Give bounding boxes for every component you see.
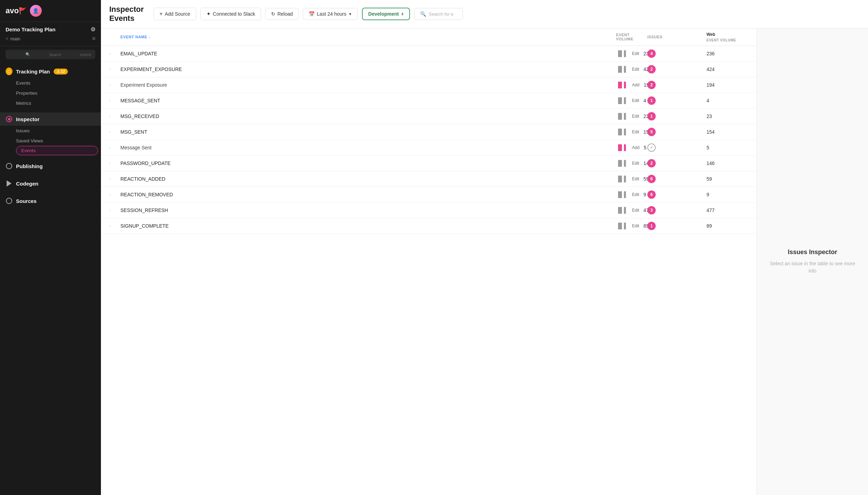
sidebar-item-metrics[interactable]: Metrics: [16, 98, 101, 108]
sidebar-item-inspector-events[interactable]: Events: [16, 146, 98, 155]
sidebar-item-tracking-plan[interactable]: ⬡ Tracking Plan ⚠ 12: [0, 65, 101, 78]
action-button[interactable]: Edit: [630, 129, 641, 135]
calendar-icon: 📅: [309, 11, 315, 17]
action-button[interactable]: Edit: [630, 176, 641, 182]
row-chevron: ›: [109, 223, 120, 228]
workspace-name-row: Demo Tracking Plan ⚙: [6, 26, 95, 33]
table-container: EVENT NAME ↓ EVENT VOLUME ISSUES Web EVE…: [101, 29, 868, 495]
action-button[interactable]: Edit: [630, 50, 641, 57]
volume-number: 4: [644, 98, 646, 103]
env-chevron-icon: ⇕: [401, 12, 404, 16]
settings-icon[interactable]: ⚙: [90, 26, 95, 33]
sidebar: avo 🚩 👤 Demo Tracking Plan ⚙ ⑂ main ≡ 🔍 …: [0, 0, 101, 495]
row-chevron: ›: [109, 82, 120, 87]
sort-icon: ↓: [149, 35, 151, 39]
table-rows: › EMAIL_UPDATE ▐▌▌ Edit 236 4 236 › EXPE…: [101, 46, 757, 234]
sidebar-item-events[interactable]: Events: [16, 78, 101, 88]
search-bar[interactable]: 🔍 Search cmd+k: [6, 50, 95, 59]
topbar: Inspector Events + Add Source ✦ Connecte…: [101, 0, 868, 29]
slack-icon: ✦: [206, 11, 211, 17]
right-panel-description: Select an issue in the table to see more…: [765, 260, 860, 275]
user-avatar[interactable]: 👤: [30, 5, 42, 17]
add-source-label: Add Source: [165, 11, 190, 17]
action-button[interactable]: Edit: [630, 160, 641, 166]
sidebar-item-issues[interactable]: Issues: [16, 126, 101, 136]
action-button[interactable]: Edit: [630, 97, 641, 104]
action-button[interactable]: Edit: [630, 223, 641, 229]
issues-cell: 1: [647, 222, 679, 230]
action-button[interactable]: Add: [630, 144, 641, 151]
search-main-icon: 🔍: [420, 11, 426, 17]
sources-icon: [6, 197, 13, 204]
reload-button[interactable]: ↻ Reload: [265, 8, 299, 20]
action-button[interactable]: Add: [630, 82, 641, 88]
search-label: Search: [49, 53, 61, 57]
add-source-button[interactable]: + Add Source: [153, 8, 196, 20]
event-volume-cell: ▐▌▌ Edit 4: [616, 97, 647, 104]
slack-button[interactable]: ✦ Connected to Slack: [200, 8, 261, 20]
search-input-wrapper[interactable]: 🔍 Search for e: [414, 8, 463, 20]
web-volume-number: 9: [707, 192, 748, 197]
event-name-cell: REACTION_REMOVED: [120, 192, 616, 197]
issues-cell: 1: [647, 96, 679, 105]
table-row[interactable]: › PASSWORD_UPDATE ▐▌▌ Edit 146 2 146: [101, 156, 757, 171]
web-volume-number: 194: [707, 82, 748, 88]
table-row[interactable]: › EXPERIMENT_EXPOSURE ▐▌▌ Edit 424 2 424: [101, 62, 757, 77]
event-volume-cell: ▐▌▌ Edit 146: [616, 160, 647, 166]
col-header-web: Web EVENT VOLUME: [707, 32, 748, 42]
table-row[interactable]: › SESSION_REFRESH ▐▌▌ Edit 477 3 477: [101, 203, 757, 218]
col-header-volume: EVENT VOLUME: [616, 32, 647, 42]
issue-badge: 2: [647, 159, 656, 167]
sidebar-item-properties[interactable]: Properties: [16, 88, 101, 98]
action-button[interactable]: Edit: [630, 113, 641, 119]
header-icons: 🚩 👤: [19, 5, 42, 17]
sidebar-item-codegen[interactable]: Codegen: [0, 177, 101, 190]
action-button[interactable]: Edit: [630, 207, 641, 213]
page-title: Inspector Events: [109, 5, 144, 23]
issue-badge: 2: [647, 81, 656, 89]
sidebar-item-saved-views[interactable]: Saved Views: [16, 136, 101, 146]
flag-icon[interactable]: 🚩: [19, 7, 26, 15]
event-name-cell: PASSWORD_UPDATE: [120, 160, 616, 166]
sidebar-item-sources[interactable]: Sources: [0, 194, 101, 207]
table-row[interactable]: › MSG_SENT ▐▌▌ Edit 154 5 154: [101, 124, 757, 140]
table-row[interactable]: › EMAIL_UPDATE ▐▌▌ Edit 236 4 236: [101, 46, 757, 62]
environment-button[interactable]: Development ⇕: [362, 8, 410, 20]
web-volume-number: 146: [707, 160, 748, 166]
table-row[interactable]: › REACTION_ADDED ▐▌▌ Edit 59 6 59: [101, 171, 757, 187]
action-button[interactable]: Edit: [630, 191, 641, 198]
branch-label: main: [10, 36, 20, 41]
issues-cell: 2: [647, 81, 679, 89]
table-row[interactable]: › MESSAGE_SENT ▐▌▌ Edit 4 1 4: [101, 93, 757, 109]
page-title-line1: Inspector: [109, 5, 144, 14]
main-content: Inspector Events + Add Source ✦ Connecte…: [101, 0, 868, 495]
search-icon: 🔍: [25, 52, 30, 57]
sources-section: Sources: [0, 192, 101, 210]
tracking-plan-icon: ⬡: [6, 68, 13, 75]
event-name-cell: EMAIL_UPDATE: [120, 51, 616, 56]
tracking-plan-badge: ⚠ 12: [54, 69, 68, 74]
sidebar-item-inspector[interactable]: Inspector: [0, 112, 101, 126]
issue-badge: 1: [647, 96, 656, 105]
issue-badge-check: ✓: [647, 143, 656, 152]
event-name-cell: Message Sent: [120, 145, 616, 150]
table-row[interactable]: › Experiment Exposure ▐▌▌ Add 194 2 194: [101, 77, 757, 93]
plus-icon: +: [159, 11, 163, 17]
event-name-cell: MSG_SENT: [120, 129, 616, 135]
sidebar-item-publishing[interactable]: Publishing: [0, 159, 101, 173]
time-range-button[interactable]: 📅 Last 24 hours ▼: [303, 8, 358, 20]
events-label: Events: [16, 80, 30, 86]
branch-menu-icon[interactable]: ≡: [92, 36, 95, 42]
table-row[interactable]: › REACTION_REMOVED ▐▌▌ Edit 9 6 9: [101, 187, 757, 203]
table-row[interactable]: › SIGNUP_COMPLETE ▐▌▌ Edit 89 1 89: [101, 218, 757, 234]
table-header: EVENT NAME ↓ EVENT VOLUME ISSUES Web EVE…: [101, 29, 757, 46]
action-button[interactable]: Edit: [630, 66, 641, 72]
table-row[interactable]: › MSG_RECEIVED ▐▌▌ Edit 23 1 23: [101, 109, 757, 124]
issues-cell: 2: [647, 159, 679, 167]
badge-count: 12: [61, 69, 65, 73]
tracking-plan-subnav: Events Properties Metrics: [0, 78, 101, 108]
event-volume-cell: ▐▌▌ Edit 59: [616, 176, 647, 182]
table-row[interactable]: › Message Sent ▐▌▌ Add 5 ✓ 5: [101, 140, 757, 156]
chart-bar-icon: ▐▌▌: [616, 160, 628, 166]
row-chevron: ›: [109, 161, 120, 166]
